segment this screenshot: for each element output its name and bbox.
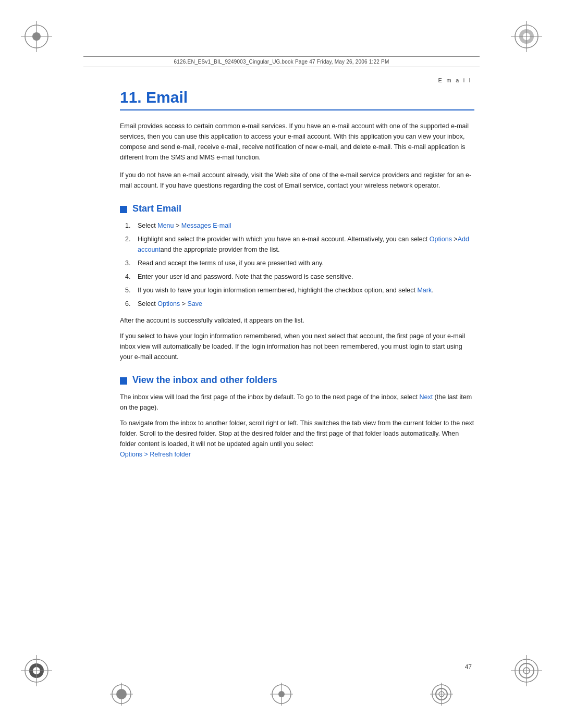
email-link: E-mail — [213, 222, 231, 229]
section-header-label: E m a i l — [438, 77, 472, 83]
after-steps-2: If you select to have your login informa… — [120, 331, 474, 362]
list-item: 4. Enter your user id and password. Note… — [125, 272, 474, 282]
list-item: 3. Read and accept the terms of use, if … — [125, 258, 474, 268]
page-number: 47 — [465, 663, 472, 671]
after-steps-1: After the account is successfully valida… — [120, 315, 474, 326]
list-item: 5. If you wish to have your login inform… — [125, 285, 474, 295]
section2-heading: View the inbox and other folders — [120, 375, 474, 386]
next-link: Next — [419, 393, 433, 401]
corner-mark-tl — [21, 21, 52, 52]
section2-bullet — [120, 377, 127, 385]
chapter-title: 11. Email — [120, 89, 474, 110]
section1-title: Start Email — [132, 203, 181, 214]
mark-link: Mark — [417, 287, 432, 294]
main-content: 11. Email Email provides access to certa… — [120, 89, 474, 660]
messages-link: Messages — [181, 222, 211, 229]
bottom-reg-marks — [0, 681, 563, 707]
bottom-reg-mark-1 — [108, 681, 134, 707]
menu-link: Menu — [157, 222, 174, 229]
section2-paragraph1: The inbox view will load the first page … — [120, 392, 474, 413]
section1-heading: Start Email — [120, 203, 474, 214]
add-account-link: Add account — [138, 236, 469, 253]
options-link-2: Options — [430, 236, 452, 243]
steps-list: 1. Select Menu > Messages E-mail 2. High… — [125, 220, 474, 309]
page: 6126.EN_ESv1_BIL_9249003_Cingular_UG.boo… — [0, 0, 563, 728]
intro-paragraph-2: If you do not have an e-mail account alr… — [120, 170, 474, 191]
list-item: 6. Select Options > Save — [125, 299, 474, 309]
save-link: Save — [188, 300, 203, 307]
refresh-folder-link: Options > Refresh folder — [120, 451, 191, 458]
intro-paragraph-1: Email provides access to certain common … — [120, 121, 474, 163]
options-link-6: Options — [157, 300, 180, 307]
file-header: 6126.EN_ESv1_BIL_9249003_Cingular_UG.boo… — [83, 56, 480, 67]
corner-mark-tr — [511, 21, 542, 52]
list-item: 1. Select Menu > Messages E-mail — [125, 220, 474, 231]
section2-paragraph2: To navigate from the inbox to another fo… — [120, 418, 474, 460]
bottom-reg-mark-2 — [268, 681, 295, 707]
list-item: 2. Highlight and select the provider wit… — [125, 234, 474, 255]
section1-bullet — [120, 206, 127, 213]
file-header-text: 6126.EN_ESv1_BIL_9249003_Cingular_UG.boo… — [174, 59, 389, 65]
section2-title: View the inbox and other folders — [132, 375, 277, 386]
bottom-reg-mark-3 — [429, 681, 455, 707]
